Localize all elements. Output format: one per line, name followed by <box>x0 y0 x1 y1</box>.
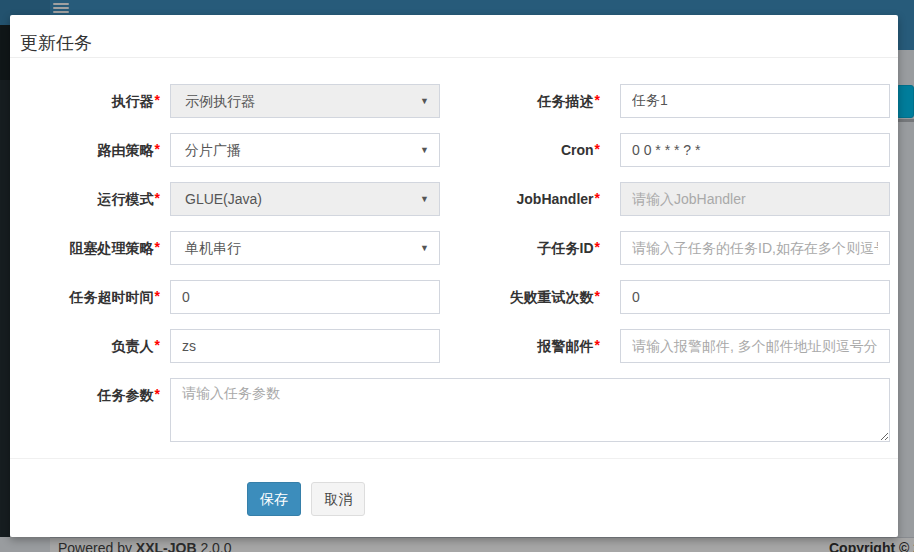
job-handler-label: JobHandler* <box>310 182 600 216</box>
modal-footer-divider <box>10 458 898 459</box>
timeout-label: 任务超时时间* <box>10 280 160 314</box>
route-strategy-selected-value: 分片广播 <box>185 134 241 166</box>
form-row: 运行模式* GLUE(Java) ▼ JobHandler* <box>10 182 898 216</box>
required-mark: * <box>595 337 600 353</box>
required-mark: * <box>155 239 160 255</box>
cron-input[interactable] <box>620 133 890 167</box>
required-mark: * <box>595 288 600 304</box>
required-mark: * <box>595 239 600 255</box>
save-button[interactable]: 保存 <box>247 482 301 516</box>
fail-retry-label: 失败重试次数* <box>310 280 600 314</box>
alarm-email-label: 报警邮件* <box>310 329 600 363</box>
required-mark: * <box>155 141 160 157</box>
cancel-button[interactable]: 取消 <box>311 482 365 516</box>
fail-retry-field <box>620 280 890 314</box>
modal-title: 更新任务 <box>20 31 92 55</box>
job-desc-input[interactable] <box>620 84 890 118</box>
required-mark: * <box>595 92 600 108</box>
child-jobid-label: 子任务ID* <box>310 231 600 265</box>
job-desc-field <box>620 84 890 118</box>
modal-header: 更新任务 <box>10 15 898 58</box>
screen: Powered by XXL-JOB 2.0.0 Copyright © 2 更… <box>0 0 914 552</box>
job-desc-label: 任务描述* <box>310 84 600 118</box>
form-row: 任务超时时间* 失败重试次数* <box>10 280 898 314</box>
alarm-email-field <box>620 329 890 363</box>
child-jobid-field <box>620 231 890 265</box>
form-row: 执行器* 示例执行器 ▼ 任务描述* <box>10 84 898 118</box>
executor-selected-value: 示例执行器 <box>185 85 255 117</box>
job-handler-field <box>620 182 890 216</box>
form-row: 负责人* 报警邮件* <box>10 329 898 363</box>
form-row: 阻塞处理策略* 单机串行 ▼ 子任务ID* <box>10 231 898 265</box>
child-jobid-input[interactable] <box>620 231 890 265</box>
block-strategy-label: 阻塞处理策略* <box>10 231 160 265</box>
required-mark: * <box>595 190 600 206</box>
modal-button-row: 保存 取消 <box>247 482 365 516</box>
required-mark: * <box>155 92 160 108</box>
block-strategy-selected-value: 单机串行 <box>185 232 241 264</box>
glue-type-label: 运行模式* <box>10 182 160 216</box>
glue-type-selected-value: GLUE(Java) <box>185 183 262 215</box>
required-mark: * <box>155 337 160 353</box>
author-label: 负责人* <box>10 329 160 363</box>
update-task-modal: 更新任务 执行器* 示例执行器 ▼ 任务描述* 路由策略* 分片广播 ▼ <box>10 15 898 537</box>
job-handler-input <box>620 182 890 216</box>
required-mark: * <box>155 386 160 402</box>
form-row: 路由策略* 分片广播 ▼ Cron* <box>10 133 898 167</box>
required-mark: * <box>155 288 160 304</box>
required-mark: * <box>595 141 600 157</box>
cron-field <box>620 133 890 167</box>
job-param-textarea[interactable] <box>170 378 890 442</box>
job-param-label: 任务参数* <box>10 378 160 412</box>
route-strategy-label: 路由策略* <box>10 133 160 167</box>
fail-retry-input[interactable] <box>620 280 890 314</box>
form-row: 任务参数* <box>10 378 898 442</box>
executor-label: 执行器* <box>10 84 160 118</box>
required-mark: * <box>155 190 160 206</box>
cron-label: Cron* <box>310 133 600 167</box>
alarm-email-input[interactable] <box>620 329 890 363</box>
